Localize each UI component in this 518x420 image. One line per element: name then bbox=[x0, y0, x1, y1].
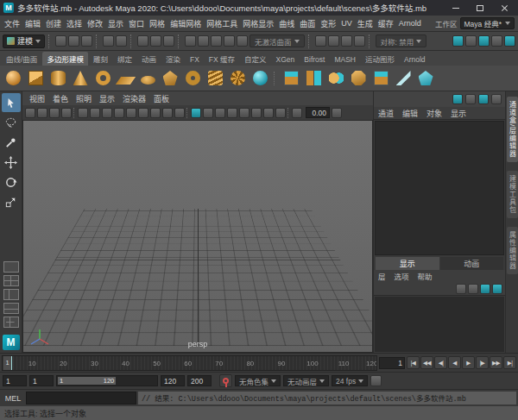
rotate-tool-button[interactable] bbox=[2, 172, 21, 191]
close-button[interactable] bbox=[494, 1, 515, 15]
play-forwards-button[interactable]: ▶ bbox=[462, 356, 475, 369]
menubar-item-file[interactable]: 文件 bbox=[2, 18, 22, 29]
fps-selector[interactable]: 24 fps bbox=[332, 375, 368, 386]
poly-sphere-icon[interactable] bbox=[3, 68, 23, 89]
channel-menu-object[interactable]: 对象 bbox=[422, 108, 446, 119]
menubar-item-curves[interactable]: 曲线 bbox=[276, 18, 297, 29]
poly-gear-icon[interactable] bbox=[227, 68, 248, 89]
select-hierarchy-icon[interactable] bbox=[137, 35, 148, 47]
humanik-icon[interactable] bbox=[465, 35, 477, 47]
construction-history-icon[interactable] bbox=[315, 35, 326, 47]
symmetry-selector[interactable]: 对称: 禁用 bbox=[376, 34, 427, 47]
command-input[interactable] bbox=[26, 392, 136, 404]
poly-disc-icon[interactable] bbox=[137, 68, 158, 89]
panel-menu-show[interactable]: 显示 bbox=[96, 93, 118, 104]
menubar-item-mesh-display[interactable]: 网格显示 bbox=[240, 18, 276, 29]
channel-sliders-icon[interactable] bbox=[452, 94, 463, 104]
menu-set-selector[interactable]: 建模 bbox=[3, 34, 45, 48]
step-back-frame-button[interactable]: ◀◀ bbox=[420, 356, 433, 369]
resolution-gate-icon[interactable] bbox=[126, 108, 136, 118]
shelf-tab-bifrost[interactable]: Bifrost bbox=[300, 53, 329, 66]
playback-start-field[interactable]: 1 bbox=[29, 375, 54, 386]
tool-settings-icon[interactable] bbox=[491, 35, 502, 47]
shelf-tab-custom[interactable]: 自定义 bbox=[240, 52, 271, 66]
multi-cut-icon[interactable] bbox=[393, 68, 414, 89]
poly-cone-icon[interactable] bbox=[70, 68, 91, 89]
wireframe-icon[interactable] bbox=[227, 108, 237, 118]
maya-logo-button[interactable]: M bbox=[3, 335, 20, 350]
poly-helix-icon[interactable] bbox=[205, 68, 225, 89]
range-slider-handle[interactable]: 1 120 bbox=[58, 377, 116, 385]
shelf-tab-arnold[interactable]: Arnold bbox=[400, 53, 430, 66]
separate-icon[interactable] bbox=[303, 68, 324, 89]
grease-pencil-icon[interactable] bbox=[90, 108, 100, 118]
go-to-start-button[interactable]: |◀ bbox=[407, 356, 420, 369]
gamma-icon[interactable] bbox=[332, 108, 342, 118]
shelf-tab-motion-graphics[interactable]: 运动图形 bbox=[361, 52, 399, 66]
soccer-ball-icon[interactable] bbox=[250, 68, 270, 89]
shelf-tab-xgen[interactable]: XGen bbox=[272, 53, 300, 66]
safe-action-icon[interactable] bbox=[162, 108, 173, 118]
shelf-tab-rendering[interactable]: 渲染 bbox=[161, 52, 185, 66]
shelf-tab-curves-surfaces[interactable]: 曲线/曲面 bbox=[2, 52, 41, 66]
frame-all-icon[interactable] bbox=[191, 108, 201, 118]
safe-title-icon[interactable] bbox=[174, 108, 185, 118]
film-gate-icon[interactable] bbox=[114, 108, 124, 118]
viewport-canvas[interactable]: persp bbox=[22, 121, 373, 353]
live-surface-field[interactable]: 无激活曲面 bbox=[250, 34, 305, 47]
statusline-separator[interactable] bbox=[178, 34, 181, 48]
image-plane-icon[interactable] bbox=[61, 108, 72, 118]
attribute-editor-icon[interactable] bbox=[478, 35, 490, 47]
extrude-icon[interactable] bbox=[370, 68, 391, 89]
new-scene-icon[interactable] bbox=[55, 35, 66, 47]
quad-draw-icon[interactable] bbox=[415, 68, 436, 89]
layer-from-selected-icon[interactable] bbox=[492, 284, 502, 294]
menubar-item-mesh[interactable]: 网格 bbox=[147, 18, 167, 29]
character-set-selector[interactable]: 无角色集 bbox=[235, 375, 281, 386]
statusline-separator[interactable] bbox=[369, 34, 372, 48]
layer-menu-options[interactable]: 选项 bbox=[390, 271, 414, 281]
range-slider-track[interactable]: 1 120 bbox=[56, 375, 158, 386]
poly-plane-icon[interactable] bbox=[115, 68, 136, 89]
save-scene-icon[interactable] bbox=[81, 35, 92, 47]
paint-select-tool-button[interactable] bbox=[2, 133, 21, 152]
menubar-item-edit[interactable]: 编辑 bbox=[22, 18, 43, 29]
field-chart-icon[interactable] bbox=[150, 108, 161, 118]
menubar-item-edit-mesh[interactable]: 编辑网格 bbox=[167, 18, 204, 29]
snap-grid-icon[interactable] bbox=[185, 35, 196, 47]
layout-split-left-button[interactable] bbox=[3, 289, 19, 300]
animation-end-field[interactable]: 200 bbox=[187, 375, 212, 386]
shelf-tab-fx-caching[interactable]: FX 缓存 bbox=[205, 52, 239, 66]
workspace-selector[interactable]: Maya 经典* bbox=[460, 17, 515, 29]
move-tool-button[interactable] bbox=[2, 153, 21, 172]
undo-icon[interactable] bbox=[103, 35, 114, 47]
playback-end-field[interactable]: 120 bbox=[161, 375, 185, 386]
layer-menu-layers[interactable]: 层 bbox=[374, 271, 390, 281]
pin-channels-icon[interactable] bbox=[491, 94, 502, 104]
panel-menu-lighting[interactable]: 照明 bbox=[73, 93, 95, 104]
current-time-field[interactable]: 1 bbox=[379, 357, 405, 369]
gate-mask-icon[interactable] bbox=[138, 108, 148, 118]
statusline-separator[interactable] bbox=[130, 34, 134, 48]
shelf-tab-fx[interactable]: FX bbox=[186, 53, 204, 66]
menubar-item-cache[interactable]: 缓存 bbox=[376, 18, 396, 29]
smooth-shade-icon[interactable] bbox=[239, 108, 250, 118]
step-forward-frame-button[interactable]: ▶▶ bbox=[490, 356, 502, 369]
poly-cube-icon[interactable] bbox=[25, 68, 46, 89]
lasso-tool-button[interactable] bbox=[2, 113, 21, 132]
exposure-settings-icon[interactable] bbox=[292, 108, 302, 118]
layout-four-pane-button[interactable] bbox=[3, 275, 19, 286]
animation-start-field[interactable]: 1 bbox=[3, 375, 27, 386]
layer-menu-help[interactable]: 帮助 bbox=[414, 271, 437, 281]
menubar-item-select[interactable]: 选择 bbox=[64, 18, 85, 29]
empty-layer-icon[interactable] bbox=[480, 284, 490, 294]
isolate-select-icon[interactable] bbox=[215, 108, 225, 118]
2d-pan-zoom-icon[interactable] bbox=[78, 108, 88, 118]
panel-menu-renderer[interactable]: 渲染器 bbox=[119, 93, 149, 104]
open-scene-icon[interactable] bbox=[68, 35, 79, 47]
scale-tool-button[interactable] bbox=[2, 192, 21, 211]
shelf-tab-rigging[interactable]: 绑定 bbox=[113, 52, 136, 66]
frame-selection-icon[interactable] bbox=[203, 108, 213, 118]
poly-cylinder-icon[interactable] bbox=[47, 68, 68, 89]
menubar-item-uv[interactable]: UV bbox=[338, 19, 355, 28]
